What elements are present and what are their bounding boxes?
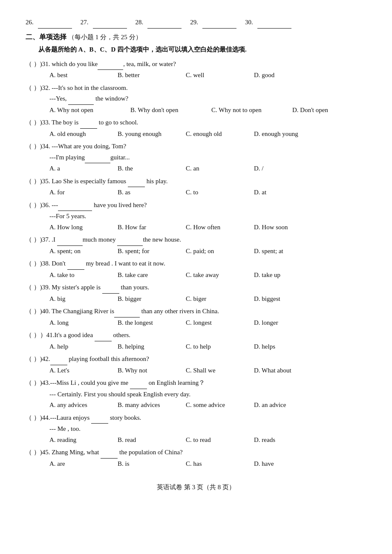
- q32-stem: （ ） )32. ---It's so hot in the classroom…: [26, 83, 366, 94]
- q44-options: A. reading B. read C. to read D. reads: [26, 435, 366, 446]
- header-num-26: 26.: [26, 17, 34, 28]
- q41-options: A. help B. helping C. to help D. helps: [26, 341, 366, 352]
- q39-options: A. big B. bigger C. biger D. biggest: [26, 294, 366, 305]
- question-44: （ ） )44.---Laura enjoys story books. ---…: [26, 413, 366, 446]
- fill-29: [202, 17, 236, 29]
- header-num-27: 27.: [81, 17, 89, 28]
- q38-stem: （ ） )38. Don't my bread . I want to eat …: [26, 258, 366, 270]
- q35-stem: （ ） )35. Lao She is especially famous hi…: [26, 176, 366, 188]
- q36-stem: （ ） )36. --- have you lived here?: [26, 200, 366, 211]
- header-num-28: 28.: [135, 17, 144, 28]
- q34-options: A. a B. the C. an D. /: [26, 163, 366, 174]
- question-39: （ ） )39. My sister's apple is than yours…: [26, 282, 366, 304]
- question-41: （ ） ）41.It's a good idea others. A. help…: [26, 330, 366, 352]
- q37-stem: （ ） )37. .I much money the new house.: [26, 234, 366, 246]
- header-row: 26. 27. 28. 29. 30.: [26, 17, 366, 29]
- q43-sub: --- Certainly. First you should speak En…: [26, 389, 366, 400]
- question-34: （ ） )34. ---What are you doing, Tom? ---…: [26, 141, 366, 174]
- q42-options: A. Let's B. Why not C. Shall we D. What …: [26, 365, 366, 376]
- question-32: （ ） )32. ---It's so hot in the classroom…: [26, 83, 366, 116]
- q43-stem: （ ） )43.---Miss Li , could you give me o…: [26, 378, 366, 389]
- q40-stem: （ ） )40. The Changjiang River is than an…: [26, 306, 366, 317]
- q41-stem: （ ） ）41.It's a good idea others.: [26, 330, 366, 341]
- q34-stem: （ ） )34. ---What are you doing, Tom?: [26, 141, 366, 152]
- fill-30: [257, 17, 291, 29]
- q31-options: A. best B. better C. well D. good: [26, 70, 366, 81]
- fill-28: [147, 17, 182, 29]
- section2-title: 二、单项选择 （每小题 1 分，共 25 分）: [26, 31, 366, 43]
- question-31: （ ） )31. which do you like , tea, milk, …: [26, 59, 366, 81]
- q32-options: A. Why not open B. Why don't open C. Why…: [26, 105, 366, 116]
- q36-options: A. How long B. How far C. How often D. H…: [26, 222, 366, 233]
- q40-options: A. long B. the longest C. longest D. lon…: [26, 317, 366, 329]
- question-38: （ ） )38. Don't my bread . I want to eat …: [26, 258, 366, 280]
- question-37: （ ） )37. .I much money the new house. A.…: [26, 234, 366, 257]
- q31-stem: （ ） )31. which do you like , tea, milk, …: [26, 59, 366, 70]
- q33-options: A. old enough B. young enough C. enough …: [26, 129, 366, 140]
- q33-stem: （ ） )33. The boy is to go to school.: [26, 117, 366, 129]
- page-container: 26. 27. 28. 29. 30. 二、单项选择 （每小题 1 分，共 25…: [26, 17, 366, 493]
- page-footer: 英语试卷 第 3 页（共 8 页）: [26, 482, 366, 493]
- fill-27: [93, 17, 127, 29]
- question-45: （ ） )45. Zhang Ming, what the population…: [26, 447, 366, 469]
- question-36: （ ） )36. --- have you lived here? ---For…: [26, 200, 366, 233]
- q39-stem: （ ） )39. My sister's apple is than yours…: [26, 282, 366, 294]
- q43-options: A. any advices B. many advices C. some a…: [26, 400, 366, 411]
- q44-sub: --- Me , too.: [26, 424, 366, 435]
- q45-options: A. are B. is C. has D. have: [26, 459, 366, 470]
- header-num-29: 29.: [190, 17, 198, 28]
- q35-options: A. for B. as C. to D. at: [26, 187, 366, 198]
- question-35: （ ） )35. Lao She is especially famous hi…: [26, 176, 366, 198]
- q32-sub: ---Yes, the window?: [26, 93, 366, 105]
- question-33: （ ） )33. The boy is to go to school. A. …: [26, 117, 366, 139]
- q38-options: A. take to B. take care C. take away D. …: [26, 270, 366, 281]
- q42-stem: （ ） )42. playing football this afternoon…: [26, 354, 366, 365]
- header-num-30: 30.: [245, 17, 253, 28]
- question-42: （ ） )42. playing football this afternoon…: [26, 354, 366, 376]
- section2-instruction: 从各题所给的 A、B、C、D 四个选项中，选出可以填入空白处的最佳选项.: [26, 44, 366, 55]
- q44-stem: （ ） )44.---Laura enjoys story books.: [26, 413, 366, 424]
- q37-options: A. spent; on B. spent; for C. paid; on D…: [26, 246, 366, 257]
- q34-sub: ---I'm playing guitar...: [26, 152, 366, 164]
- q36-sub: ---For 5 years.: [26, 211, 366, 222]
- question-43: （ ） )43.---Miss Li , could you give me o…: [26, 378, 366, 411]
- q45-stem: （ ） )45. Zhang Ming, what the population…: [26, 447, 366, 459]
- question-40: （ ） )40. The Changjiang River is than an…: [26, 306, 366, 328]
- fill-26: [38, 17, 72, 29]
